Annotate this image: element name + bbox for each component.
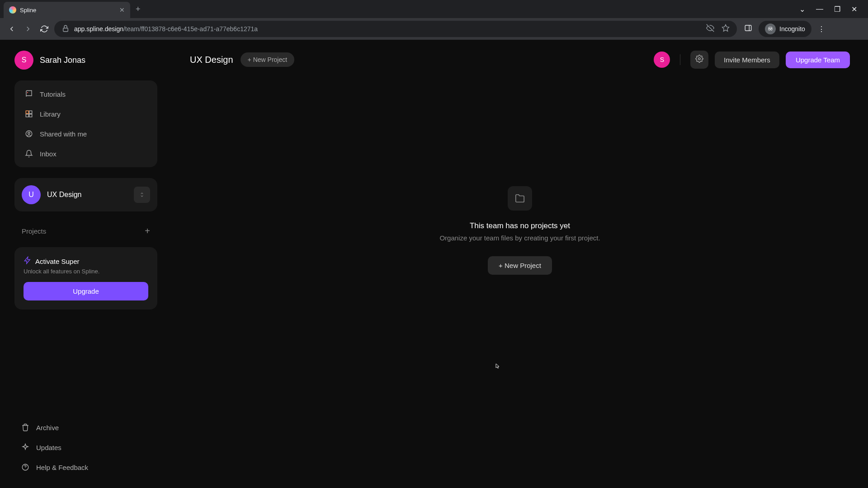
- empty-title: This team has no projects yet: [470, 221, 570, 230]
- sidebar-item-updates[interactable]: Updates: [14, 437, 157, 457]
- new-project-pill[interactable]: + New Project: [241, 52, 295, 67]
- app-root: S Sarah Jonas Tutorials Library Share: [0, 40, 868, 488]
- svg-point-10: [28, 132, 30, 134]
- forward-button[interactable]: [22, 23, 34, 35]
- incognito-label: Incognito: [779, 25, 805, 33]
- upgrade-button[interactable]: Upgrade: [24, 282, 148, 300]
- browser-tab[interactable]: Spline ✕: [4, 2, 130, 18]
- svg-point-9: [26, 131, 32, 137]
- grid-icon: [24, 109, 33, 118]
- address-bar[interactable]: app.spline.design/team/ff013878-c6e6-415…: [54, 21, 737, 37]
- svg-rect-0: [63, 28, 68, 32]
- sidebar-item-tutorials[interactable]: Tutorials: [18, 84, 154, 104]
- svg-rect-6: [29, 111, 32, 113]
- svg-point-3: [769, 28, 770, 30]
- panel-icon[interactable]: [744, 24, 752, 34]
- invite-members-button[interactable]: Invite Members: [715, 52, 779, 68]
- trash-icon: [21, 423, 30, 432]
- svg-point-4: [771, 28, 773, 30]
- chevron-down-icon[interactable]: ⌄: [799, 5, 805, 14]
- nav-card: Tutorials Library Shared with me Inbox: [14, 80, 157, 167]
- close-window-icon[interactable]: ✕: [851, 5, 857, 14]
- folder-icon: [508, 186, 532, 211]
- url-domain: app.spline.design: [74, 25, 123, 33]
- maximize-icon[interactable]: ❐: [834, 5, 840, 14]
- sidebar-item-archive[interactable]: Archive: [14, 418, 157, 437]
- top-bar: UX Design + New Project S Invite Members…: [190, 51, 850, 69]
- sparkle-icon: [21, 443, 30, 452]
- user-name: Sarah Jonas: [40, 56, 85, 65]
- nav-bar: app.spline.design/team/ff013878-c6e6-415…: [0, 18, 868, 40]
- top-actions: S Invite Members Upgrade Team: [654, 51, 850, 69]
- svg-rect-1: [745, 25, 751, 31]
- nav-label: Tutorials: [40, 90, 66, 98]
- nav-label: Inbox: [40, 150, 57, 158]
- upgrade-card: Activate Super Unlock all features on Sp…: [14, 247, 157, 310]
- team-name: UX Design: [47, 191, 127, 199]
- empty-subtitle: Organize your team files by creating you…: [439, 234, 600, 242]
- tab-bar: Spline ✕ + ⌄ — ❐ ✕: [0, 0, 868, 18]
- nav-label: Shared with me: [40, 130, 87, 138]
- sidebar-item-help[interactable]: Help & Feedback: [14, 457, 157, 477]
- window-controls: ⌄ — ❐ ✕: [799, 5, 864, 14]
- sidebar: S Sarah Jonas Tutorials Library Share: [0, 40, 172, 488]
- empty-state: This team has no projects yet Organize y…: [190, 186, 850, 275]
- team-avatar: U: [22, 185, 41, 204]
- upgrade-team-button[interactable]: Upgrade Team: [786, 52, 850, 68]
- tab-title: Spline: [20, 7, 116, 14]
- star-icon[interactable]: [722, 24, 730, 34]
- projects-label: Projects: [22, 227, 46, 235]
- sidebar-item-shared[interactable]: Shared with me: [18, 124, 154, 144]
- minimize-icon[interactable]: —: [816, 5, 823, 14]
- bell-icon: [24, 149, 33, 158]
- kebab-menu-icon[interactable]: ⋮: [818, 25, 825, 33]
- add-project-button[interactable]: +: [145, 226, 150, 236]
- main-content: UX Design + New Project S Invite Members…: [172, 40, 868, 488]
- browser-chrome: Spline ✕ + ⌄ — ❐ ✕ app.spline.design/tea…: [0, 0, 868, 40]
- new-tab-button[interactable]: +: [136, 5, 141, 14]
- spline-favicon: [9, 6, 16, 14]
- user-header[interactable]: S Sarah Jonas: [14, 51, 157, 70]
- user-circle-icon: [24, 129, 33, 138]
- upgrade-title: Activate Super: [35, 258, 80, 265]
- bolt-icon: [24, 256, 32, 266]
- book-icon: [24, 89, 33, 99]
- svg-rect-7: [26, 114, 28, 117]
- page-title: UX Design: [190, 55, 233, 65]
- settings-button[interactable]: [690, 51, 708, 69]
- svg-rect-5: [26, 111, 28, 113]
- sidebar-item-inbox[interactable]: Inbox: [18, 144, 154, 164]
- upgrade-subtitle: Unlock all features on Spline.: [24, 268, 148, 275]
- svg-rect-8: [29, 114, 32, 117]
- help-icon: [21, 463, 30, 472]
- team-selector[interactable]: U UX Design: [14, 178, 157, 211]
- gear-icon: [695, 55, 703, 65]
- back-button[interactable]: [5, 23, 18, 35]
- incognito-icon: [765, 23, 776, 34]
- close-tab-icon[interactable]: ✕: [119, 6, 125, 14]
- sidebar-item-library[interactable]: Library: [18, 104, 154, 124]
- nav-label: Archive: [36, 424, 59, 432]
- nav-label: Library: [40, 110, 61, 118]
- incognito-badge[interactable]: Incognito: [759, 21, 811, 37]
- member-avatar[interactable]: S: [654, 52, 670, 68]
- bottom-nav: Archive Updates Help & Feedback: [14, 418, 157, 477]
- nav-label: Updates: [36, 444, 61, 451]
- user-avatar: S: [14, 51, 33, 70]
- nav-label: Help & Feedback: [36, 464, 88, 471]
- projects-header: Projects +: [14, 222, 157, 240]
- lock-icon: [61, 24, 70, 34]
- url-path: /team/ff013878-c6e6-415e-ad71-a77eb6c127…: [123, 25, 258, 33]
- sort-icon[interactable]: [134, 187, 150, 203]
- eye-off-icon[interactable]: [706, 24, 714, 34]
- svg-point-12: [698, 58, 701, 60]
- reload-button[interactable]: [38, 23, 51, 35]
- new-project-button[interactable]: + New Project: [488, 256, 552, 275]
- divider: [680, 54, 680, 65]
